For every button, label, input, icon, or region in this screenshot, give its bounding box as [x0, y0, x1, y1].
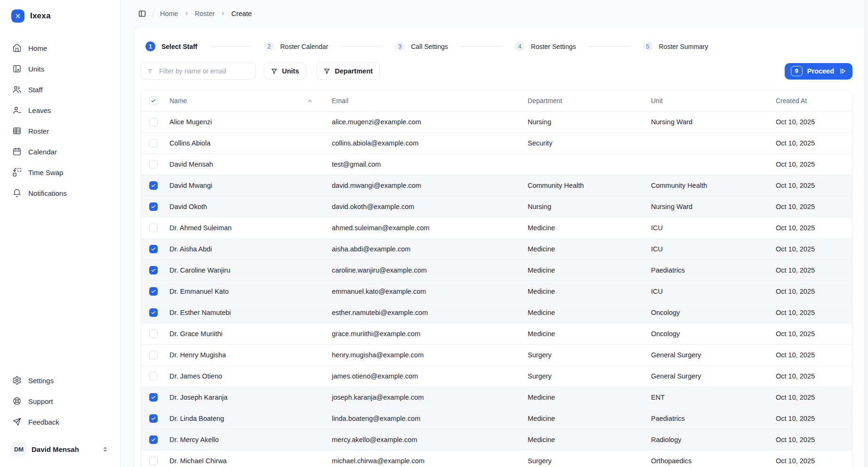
- cell-name: Dr. Henry Mugisha: [162, 351, 324, 359]
- table-toolbar: Units Department 9 Proceed: [141, 63, 852, 80]
- department-filter-button[interactable]: Department: [316, 63, 380, 80]
- sidebar-item-support[interactable]: Support: [8, 391, 113, 411]
- filter-input[interactable]: [159, 67, 250, 75]
- cell-name: Dr. James Otieno: [162, 372, 324, 380]
- table-row[interactable]: David Okothdavid.okoth@example.comNursin…: [141, 196, 852, 217]
- table-row[interactable]: David Mwangidavid.mwangi@example.comComm…: [141, 175, 852, 196]
- cell-department: Medicine: [520, 266, 643, 274]
- sidebar-item-staff[interactable]: Staff: [8, 79, 113, 100]
- sidebar-footer-nav: Settings Support Feedback: [8, 370, 113, 432]
- content-card: 1 Select Staff 2 Roster Calendar 3 Call …: [133, 27, 868, 467]
- avatar: DM: [11, 442, 26, 457]
- cell-name: Dr. Aisha Abdi: [162, 245, 324, 253]
- row-checkbox[interactable]: [149, 351, 158, 359]
- row-checkbox[interactable]: [149, 245, 158, 253]
- row-checkbox[interactable]: [149, 435, 158, 444]
- cell-created-at: Oct 10, 2025: [768, 372, 852, 380]
- step-call-settings[interactable]: 3 Call Settings: [395, 41, 448, 51]
- table-row[interactable]: Dr. Esther Namutebiesther.namutebi@examp…: [141, 302, 852, 323]
- row-checkbox[interactable]: [149, 118, 158, 126]
- table-row[interactable]: Alice Mugenzialice.mugenzi@example.comNu…: [141, 112, 852, 133]
- row-checkbox[interactable]: [149, 372, 158, 380]
- cell-name: Dr. Mercy Akello: [162, 436, 324, 443]
- row-checkbox[interactable]: [149, 266, 158, 274]
- cell-created-at: Oct 10, 2025: [768, 415, 852, 422]
- table-header: Name Email Department Unit Created At: [141, 90, 852, 112]
- table-row[interactable]: Dr. Henry Mugishahenry.mugisha@example.c…: [141, 345, 852, 366]
- sidebar-item-settings[interactable]: Settings: [8, 370, 113, 391]
- funnel-icon: [323, 68, 330, 75]
- chevron-right-icon: [220, 10, 226, 16]
- cell-department: Surgery: [520, 372, 643, 380]
- user-menu[interactable]: DM David Mensah: [8, 439, 113, 459]
- table-row[interactable]: Dr. James Otienojames.otieno@example.com…: [141, 366, 852, 387]
- sidebar-item-feedback[interactable]: Feedback: [8, 411, 113, 432]
- step-select-staff[interactable]: 1 Select Staff: [145, 41, 197, 51]
- sidebar-item-calendar[interactable]: Calendar: [8, 141, 113, 162]
- app-logo[interactable]: Ixexa: [8, 8, 113, 24]
- cell-department: Security: [520, 139, 643, 147]
- nav-label: Support: [28, 397, 53, 405]
- row-checkbox[interactable]: [149, 287, 158, 296]
- table-row[interactable]: Dr. Joseph Karanjajoseph.karanja@example…: [141, 387, 852, 408]
- cell-created-at: Oct 10, 2025: [768, 224, 852, 232]
- sidebar-item-units[interactable]: Units: [8, 58, 113, 79]
- cell-email: grace.muriithi@example.com: [324, 330, 520, 338]
- select-all-checkbox[interactable]: [149, 97, 158, 105]
- step-number: 4: [515, 41, 525, 51]
- sidebar-item-notifications[interactable]: Notifications: [8, 183, 113, 203]
- table-row[interactable]: Dr. Linda Boatenglinda.boateng@example.c…: [141, 408, 852, 429]
- breadcrumb-home[interactable]: Home: [160, 10, 178, 17]
- cell-email: linda.boateng@example.com: [324, 415, 520, 422]
- table-row[interactable]: Dr. Caroline Wanjirucaroline.wanjiru@exa…: [141, 260, 852, 281]
- table-row[interactable]: Dr. Ahmed Suleimanahmed.suleiman@example…: [141, 217, 852, 239]
- sort-asc-icon: [307, 98, 313, 104]
- sidebar-item-roster[interactable]: Roster: [8, 121, 113, 141]
- table-row[interactable]: Dr. Mercy Akellomercy.akello@example.com…: [141, 429, 852, 451]
- step-connector: [210, 46, 251, 47]
- cell-unit: ENT: [643, 394, 768, 401]
- table-row[interactable]: Dr. Aisha Abdiaisha.abdi@example.comMedi…: [141, 239, 852, 260]
- table-row[interactable]: Dr. Emmanuel Katoemmanuel.kato@example.c…: [141, 281, 852, 302]
- user-name: David Mensah: [32, 445, 96, 453]
- breadcrumb-roster[interactable]: Roster: [195, 10, 215, 17]
- cell-email: david.mwangi@example.com: [324, 182, 520, 189]
- row-checkbox[interactable]: [149, 224, 158, 232]
- row-checkbox[interactable]: [149, 457, 158, 465]
- x-icon: [11, 9, 24, 23]
- roster-icon: [12, 126, 22, 136]
- table-row[interactable]: Collins Abiolacollins.abiola@example.com…: [141, 133, 852, 154]
- step-roster-summary[interactable]: 5 Roster Summary: [643, 41, 708, 51]
- page-scrollbar[interactable]: [864, 0, 868, 467]
- units-filter-button[interactable]: Units: [264, 63, 306, 80]
- cell-email: michael.chirwa@example.com: [324, 457, 520, 465]
- cell-created-at: Oct 10, 2025: [768, 182, 852, 189]
- life-buoy-icon: [12, 396, 22, 406]
- app-root: Ixexa Home Units Staff Leaves Roster: [0, 0, 868, 467]
- proceed-button[interactable]: 9 Proceed: [785, 63, 852, 80]
- row-checkbox[interactable]: [149, 139, 158, 147]
- table-row[interactable]: Dr. Michael Chirwamichael.chirwa@example…: [141, 451, 852, 467]
- cell-name: Dr. Emmanuel Kato: [162, 288, 324, 295]
- row-checkbox[interactable]: [149, 202, 158, 211]
- cell-email: mercy.akello@example.com: [324, 436, 520, 443]
- step-roster-calendar[interactable]: 2 Roster Calendar: [264, 41, 328, 51]
- sidebar-item-leaves[interactable]: Leaves: [8, 100, 113, 121]
- cell-unit: Paediatrics: [643, 266, 768, 274]
- sidebar-toggle-button[interactable]: [136, 8, 148, 20]
- step-roster-settings[interactable]: 4 Roster Settings: [515, 41, 576, 51]
- table-row[interactable]: David Mensahtest@gmail.comOct 10, 2025: [141, 154, 852, 175]
- column-header-name[interactable]: Name: [162, 97, 324, 105]
- row-checkbox[interactable]: [149, 181, 158, 190]
- step-number: 1: [145, 41, 155, 51]
- row-checkbox[interactable]: [149, 414, 158, 423]
- row-checkbox[interactable]: [149, 393, 158, 402]
- step-label: Call Settings: [411, 43, 448, 50]
- row-checkbox[interactable]: [149, 308, 158, 317]
- sidebar-item-time-swap[interactable]: Time Swap: [8, 162, 113, 183]
- table-row[interactable]: Dr. Grace Muriithigrace.muriithi@example…: [141, 323, 852, 345]
- sidebar-item-home[interactable]: Home: [8, 38, 113, 58]
- row-checkbox[interactable]: [149, 330, 158, 338]
- row-checkbox[interactable]: [149, 160, 158, 169]
- cell-unit: Community Health: [643, 182, 768, 189]
